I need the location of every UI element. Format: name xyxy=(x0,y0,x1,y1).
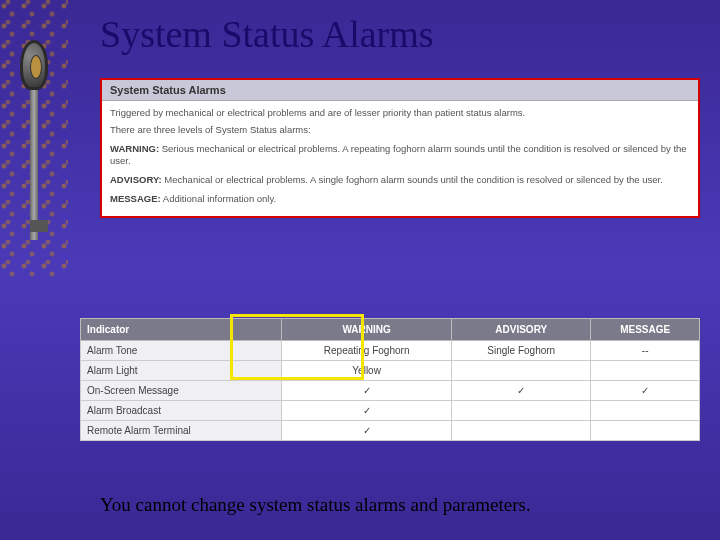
warning-label: WARNING: xyxy=(110,143,159,154)
cell-advisory xyxy=(452,401,591,421)
th-warning: WARNING xyxy=(282,319,452,341)
key-graphic xyxy=(20,40,48,260)
cell-advisory xyxy=(452,421,591,441)
cell-advisory xyxy=(452,361,591,381)
cell-message: ✓ xyxy=(591,381,700,401)
panel-header: System Status Alarms xyxy=(102,80,698,101)
cell-message xyxy=(591,421,700,441)
slide-title: System Status Alarms xyxy=(100,12,434,56)
table-row: Alarm Broadcast ✓ xyxy=(81,401,700,421)
th-indicator: Indicator xyxy=(81,319,282,341)
panel-warning-line: WARNING: Serious mechanical or electrica… xyxy=(110,143,690,169)
th-advisory: ADVISORY xyxy=(452,319,591,341)
advisory-label: ADVISORY: xyxy=(110,174,162,185)
message-text: Additional information only. xyxy=(161,193,276,204)
cell-advisory: ✓ xyxy=(452,381,591,401)
advisory-text: Mechanical or electrical problems. A sin… xyxy=(162,174,663,185)
cell-warning: ✓ xyxy=(282,381,452,401)
panel-intro-1: Triggered by mechanical or electrical pr… xyxy=(110,107,690,120)
cell-label: Alarm Broadcast xyxy=(81,401,282,421)
footer-note: You cannot change system status alarms a… xyxy=(100,494,531,516)
warning-text: Serious mechanical or electrical problem… xyxy=(110,143,687,167)
panel-body: Triggered by mechanical or electrical pr… xyxy=(102,101,698,216)
panel-message-line: MESSAGE: Additional information only. xyxy=(110,193,690,206)
table-row: Alarm Light Yellow xyxy=(81,361,700,381)
alarm-table: Indicator WARNING ADVISORY MESSAGE Alarm… xyxy=(80,318,700,441)
cell-warning: ✓ xyxy=(282,401,452,421)
cell-advisory: Single Foghorn xyxy=(452,341,591,361)
cell-label: On-Screen Message xyxy=(81,381,282,401)
cell-warning: Yellow xyxy=(282,361,452,381)
panel-intro-2: There are three levels of System Status … xyxy=(110,124,690,137)
alarm-table-container: Indicator WARNING ADVISORY MESSAGE Alarm… xyxy=(80,318,700,441)
message-label: MESSAGE: xyxy=(110,193,161,204)
decorative-left-strip xyxy=(0,0,68,280)
table-row: Alarm Tone Repeating Foghorn Single Fogh… xyxy=(81,341,700,361)
panel-advisory-line: ADVISORY: Mechanical or electrical probl… xyxy=(110,174,690,187)
cell-message xyxy=(591,401,700,421)
th-message: MESSAGE xyxy=(591,319,700,341)
cell-warning: ✓ xyxy=(282,421,452,441)
cell-label: Alarm Light xyxy=(81,361,282,381)
table-row: On-Screen Message ✓ ✓ ✓ xyxy=(81,381,700,401)
cell-label: Alarm Tone xyxy=(81,341,282,361)
cell-message: -- xyxy=(591,341,700,361)
info-panel: System Status Alarms Triggered by mechan… xyxy=(100,78,700,218)
table-row: Remote Alarm Terminal ✓ xyxy=(81,421,700,441)
cell-message xyxy=(591,361,700,381)
cell-warning: Repeating Foghorn xyxy=(282,341,452,361)
cell-label: Remote Alarm Terminal xyxy=(81,421,282,441)
table-header-row: Indicator WARNING ADVISORY MESSAGE xyxy=(81,319,700,341)
